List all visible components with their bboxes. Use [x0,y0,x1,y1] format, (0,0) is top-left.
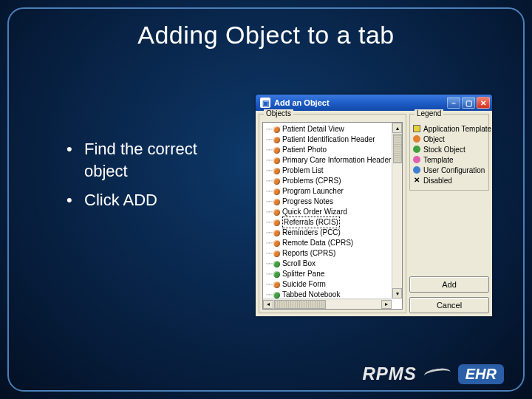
tree-item-label: Program Launcher [282,186,344,197]
tree-item-label: Problems (CPRS) [282,176,341,186]
tree-connector-icon: ┈┈ [266,166,272,176]
add-button[interactable]: Add [409,276,489,293]
tree-item[interactable]: ┈┈Quick Order Wizard [266,207,400,217]
objects-groupbox: Objects ┈┈Patient Detail View┈┈Patient I… [259,114,406,313]
vertical-scrollbar[interactable]: ▴ ▾ [392,123,402,299]
minimize-button[interactable]: – [447,97,460,109]
tree-connector-icon: ┈┈ [266,186,272,197]
scroll-thumb[interactable] [393,134,402,163]
tree-connector-icon: ┈┈ [266,124,272,134]
tree-item-label: Quick Order Wizard [282,207,347,217]
object-icon [273,157,280,164]
object-icon [273,230,280,236]
object-icon [273,126,280,133]
tree-item[interactable]: ┈┈Scroll Box [266,259,400,269]
objects-label: Objects [264,109,293,117]
legend-icon [413,166,420,174]
tree-connector-icon: ┈┈ [266,248,272,259]
tree-item[interactable]: ┈┈Patient Identification Header [266,134,400,145]
tree-item[interactable]: ┈┈Reminders (PCC) [266,228,400,238]
swoosh-icon [423,367,451,381]
legend-item: Stock Object [413,144,485,154]
cancel-button[interactable]: Cancel [409,297,489,313]
tree-item-label: Splitter Pane [282,269,324,279]
scroll-up-icon[interactable]: ▴ [392,123,402,133]
tree-item[interactable]: ┈┈Referrals (RCIS) [266,217,400,228]
tree-item[interactable]: ┈┈Splitter Pane [266,269,400,279]
tree-item-label: Problem List [282,166,324,176]
tree-connector-icon: ┈┈ [266,134,272,145]
objects-tree[interactable]: ┈┈Patient Detail View┈┈Patient Identific… [262,122,403,310]
legend-label: Legend [415,109,443,117]
hscroll-thumb[interactable] [274,300,326,309]
object-icon [273,282,280,288]
tree-item[interactable]: ┈┈Program Launcher [266,186,400,197]
tree-item-label: Patient Detail View [282,124,344,134]
tree-item[interactable]: ┈┈Suicide Form [266,279,400,290]
tree-connector-icon: ┈┈ [266,145,272,155]
tree-item[interactable]: ┈┈Problem List [266,166,400,176]
object-icon [273,292,280,299]
tree-item-label: Referrals (RCIS) [282,216,340,228]
tree-connector-icon: ┈┈ [266,207,272,217]
legend-groupbox: Legend Application TemplateObjectStock O… [409,114,489,191]
object-icon [273,209,280,216]
window-title: Add an Object [274,98,330,107]
tree-item-label: Progress Notes [282,197,333,207]
tree-item[interactable]: ┈┈Reports (CPRS) [266,248,400,259]
legend-icon [413,135,420,143]
object-icon [273,219,280,226]
scroll-down-icon[interactable]: ▾ [392,288,402,299]
scroll-left-icon[interactable]: ◂ [263,300,273,309]
legend-item: User Configuration [413,165,485,175]
tree-item[interactable]: ┈┈Remote Data (CPRS) [266,238,400,248]
tree-item[interactable]: ┈┈Patient Photo [266,145,400,155]
legend-icon [413,146,420,153]
horizontal-scrollbar[interactable]: ◂ ▸ [263,299,392,309]
tree-connector-icon: ┈┈ [266,259,272,269]
titlebar[interactable]: ▣ Add an Object – ▢ ✕ [256,95,492,111]
rpms-logo-text: RPMS [362,364,416,384]
legend-item-label: Disabled [423,177,452,185]
legend-item: Object [413,134,485,144]
tree-item-label: Patient Photo [282,145,327,155]
object-icon [273,261,280,267]
tree-item-label: Reminders (PCC) [282,228,341,238]
legend-item-label: Application Template [423,125,491,133]
scroll-right-icon[interactable]: ▸ [381,300,392,309]
tree-item[interactable]: ┈┈Patient Detail View [266,124,400,134]
object-icon [273,178,280,185]
legend-item-label: Stock Object [423,146,466,154]
object-icon [273,168,280,174]
object-icon [273,250,280,257]
maximize-button[interactable]: ▢ [462,97,475,109]
tree-item[interactable]: ┈┈Progress Notes [266,197,400,207]
object-icon [273,199,280,205]
tree-item-label: Reports (CPRS) [282,248,335,259]
legend-item-label: Object [423,135,445,143]
tree-item-label: Suicide Form [282,279,326,290]
tree-connector-icon: ┈┈ [266,155,272,166]
close-button[interactable]: ✕ [477,97,490,109]
legend-item: Application Template [413,123,485,134]
legend-item-label: Template [423,156,454,164]
footer-logo: RPMS EHR [362,364,504,384]
bullet-item: Find the correct object [66,138,244,182]
tree-item[interactable]: ┈┈Problems (CPRS) [266,176,400,186]
tree-connector-icon: ┈┈ [266,238,272,248]
tree-connector-icon: ┈┈ [266,279,272,290]
tree-connector-icon: ┈┈ [266,217,272,228]
tree-item-label: Scroll Box [282,259,316,269]
object-icon [273,137,280,143]
object-icon [273,240,280,247]
tree-connector-icon: ┈┈ [266,269,272,279]
legend-item-label: User Configuration [423,166,485,174]
slide-title: Adding Object to a tab [0,21,532,50]
legend-item: ✕Disabled [413,175,485,185]
tree-item-label: Remote Data (CPRS) [282,238,353,248]
bullet-item: Click ADD [66,189,244,211]
tree-connector-icon: ┈┈ [266,197,272,207]
tree-item-label: Primary Care Information Header [282,155,391,166]
object-icon [273,147,280,154]
tree-item[interactable]: ┈┈Primary Care Information Header [266,155,400,166]
